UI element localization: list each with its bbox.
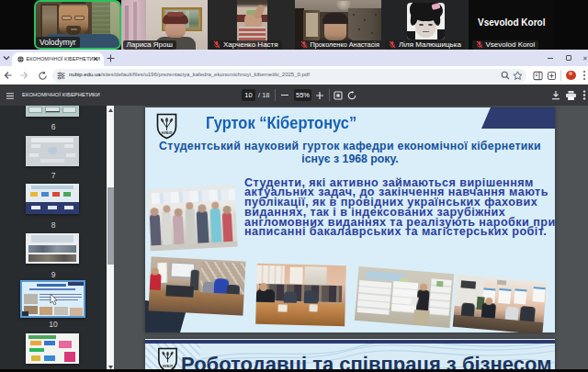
svg-text:НУБіП: НУБіП (162, 131, 173, 135)
svg-text:НУБіП: НУБіП (163, 365, 173, 368)
